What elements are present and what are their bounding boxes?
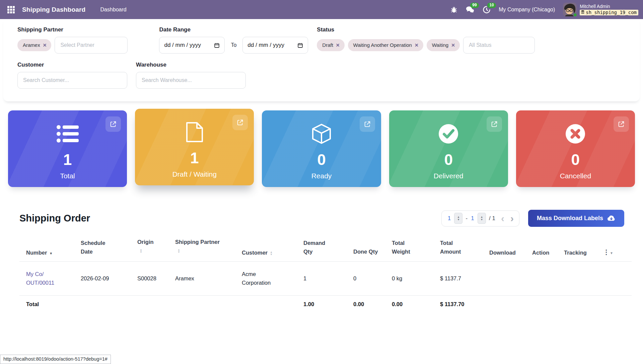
shipping-partner-cell: Aramex xyxy=(175,262,242,296)
customer-label: Customer xyxy=(17,62,127,68)
column-tracking: Tracking xyxy=(564,231,603,262)
customer-search-input[interactable] xyxy=(17,72,127,89)
activities-count-badge: 10 xyxy=(487,3,496,8)
total-amount-cell: $ 1137.7 xyxy=(440,262,489,296)
list-icon xyxy=(57,123,79,145)
date-to-input[interactable]: dd / mm / yyyy xyxy=(242,37,308,54)
sort-icon: ▲▼ xyxy=(270,251,273,256)
column-origin[interactable]: Origin ▲▼ xyxy=(137,231,175,262)
card-ready[interactable]: 0 Ready xyxy=(262,110,381,187)
database-icon xyxy=(581,10,584,14)
column-options[interactable]: ⋮▼ xyxy=(603,231,632,262)
debug-bug-icon[interactable] xyxy=(450,6,457,13)
card-cancelled-value: 0 xyxy=(571,152,580,167)
filter-status: Status Draft ✕ Waiting Another Operation… xyxy=(317,26,535,54)
sort-icon: ▲▼ xyxy=(140,249,142,253)
card-draft-waiting[interactable]: 1 Draft / Waiting xyxy=(135,109,254,185)
card-delivered-value: 0 xyxy=(444,152,453,167)
card-delivered[interactable]: 0 Delivered xyxy=(389,110,508,187)
total-weight-cell: 0 kg xyxy=(392,262,440,296)
table-total-row: Total 1.00 0.00 0.00 $ 1137.70 xyxy=(19,296,632,314)
remove-tag-icon[interactable]: ✕ xyxy=(415,42,419,48)
external-link-icon[interactable] xyxy=(105,116,121,132)
filter-customer: Customer xyxy=(17,62,127,89)
pager-from-value[interactable]: 1 xyxy=(447,215,451,222)
app-title[interactable]: Shipping Dashboard xyxy=(22,6,85,13)
stat-cards: 1 Total 1 Draft / Waiting 0 Ready xyxy=(0,101,643,187)
card-delivered-label: Delivered xyxy=(434,172,463,180)
total-done-qty: 0.00 xyxy=(353,296,392,314)
column-shipping-partner[interactable]: Shipping Partner ▲▼ xyxy=(175,231,242,262)
column-customer[interactable]: Customer▲▼ xyxy=(242,231,303,262)
card-ready-label: Ready xyxy=(311,172,332,180)
column-done-qty: Done Qty xyxy=(353,231,392,262)
messages-count-badge: 99 xyxy=(470,3,479,8)
filter-date-range: Date Range dd / mm / yyyy To dd / mm / y… xyxy=(159,26,308,54)
card-total[interactable]: 1 Total xyxy=(8,110,127,187)
external-link-icon[interactable] xyxy=(360,116,375,132)
mass-download-labels-button[interactable]: Mass Download Labels xyxy=(528,210,624,227)
status-url-tooltip: http://localhost:8019/odoo/action-517?de… xyxy=(0,355,111,364)
apps-grid-icon xyxy=(7,6,15,14)
external-link-icon[interactable] xyxy=(487,116,502,132)
apps-grid-icon[interactable] xyxy=(6,5,16,15)
card-total-label: Total xyxy=(60,172,75,180)
warehouse-search-input[interactable] xyxy=(136,72,246,89)
tag-waiting-another-operation[interactable]: Waiting Another Operation ✕ xyxy=(348,39,423,51)
document-icon xyxy=(186,121,204,143)
pager-from-stepper[interactable]: ▲▼ xyxy=(454,213,462,224)
column-download: Download xyxy=(489,231,532,262)
remove-tag-icon[interactable]: ✕ xyxy=(336,42,340,48)
download-cell xyxy=(489,262,532,296)
user-name: Mitchell Admin xyxy=(580,4,610,9)
pager-to-value[interactable]: 1 xyxy=(471,215,475,222)
tag-aramex[interactable]: Aramex ✕ xyxy=(17,39,51,51)
pager-prev-icon[interactable]: ‹ xyxy=(501,215,504,222)
menu-dashboard[interactable]: Dashboard xyxy=(100,7,126,13)
total-demand-qty: 1.00 xyxy=(303,296,353,314)
external-link-icon[interactable] xyxy=(614,116,629,132)
kebab-menu-icon[interactable]: ⋮▼ xyxy=(603,249,613,256)
tag-draft[interactable]: Draft ✕ xyxy=(317,39,344,51)
table-row[interactable]: My Co/OUT/00011 2026-02-09 S00028 Aramex… xyxy=(19,262,632,296)
column-number[interactable]: Number▼ xyxy=(19,231,81,262)
user-menu[interactable]: Mitchell Admin sh_shipping_19_com xyxy=(563,3,638,16)
column-action: Action xyxy=(532,231,564,262)
calendar-icon xyxy=(297,42,303,48)
total-amount: $ 1137.70 xyxy=(440,296,489,314)
order-number-cell[interactable]: My Co/OUT/00011 xyxy=(19,262,81,296)
date-range-separator: To xyxy=(231,42,236,48)
pager-to-stepper[interactable]: ▲▼ xyxy=(478,213,486,224)
demand-qty-cell: 1 xyxy=(303,262,353,296)
date-from-input[interactable]: dd / mm / yyyy xyxy=(159,37,225,54)
pager-total: / 1 xyxy=(489,215,495,222)
cloud-download-icon xyxy=(607,215,616,222)
external-link-icon[interactable] xyxy=(232,115,248,130)
column-schedule-date[interactable]: Schedule Date xyxy=(81,231,137,262)
status-label: Status xyxy=(317,26,535,33)
card-total-value: 1 xyxy=(63,152,72,167)
shipping-order-table: Number▼ Schedule Date Origin ▲▼ Shipping… xyxy=(19,231,632,314)
top-navbar: Shipping Dashboard Dashboard 99 10 My xyxy=(0,0,643,19)
tag-waiting[interactable]: Waiting ✕ xyxy=(427,39,460,51)
check-circle-icon xyxy=(438,123,458,145)
activities-clock-icon[interactable]: 10 xyxy=(483,6,491,14)
status-select-input[interactable] xyxy=(463,37,535,54)
card-cancelled-label: Cancelled xyxy=(560,172,591,180)
filter-warehouse: Warehouse xyxy=(136,62,246,89)
messages-icon[interactable]: 99 xyxy=(466,6,475,14)
shipping-partner-label: Shipping Partner xyxy=(17,26,128,33)
company-switcher[interactable]: My Company (Chicago) xyxy=(499,7,555,13)
partner-select-input[interactable] xyxy=(55,37,128,54)
filters-panel: Shipping Partner Aramex ✕ Date Range dd … xyxy=(3,19,640,101)
calendar-icon xyxy=(214,42,220,48)
card-draft-label: Draft / Waiting xyxy=(172,170,217,178)
card-cancelled[interactable]: 0 Cancelled xyxy=(516,110,635,187)
tracking-cell xyxy=(564,262,603,296)
remove-tag-icon[interactable]: ✕ xyxy=(451,42,455,48)
pager-next-icon[interactable]: › xyxy=(510,215,514,222)
table-header-row: Number▼ Schedule Date Origin ▲▼ Shipping… xyxy=(19,231,632,262)
card-ready-value: 0 xyxy=(317,152,326,167)
order-number-link[interactable]: My Co/OUT/00011 xyxy=(26,271,54,286)
remove-tag-icon[interactable]: ✕ xyxy=(43,42,47,48)
